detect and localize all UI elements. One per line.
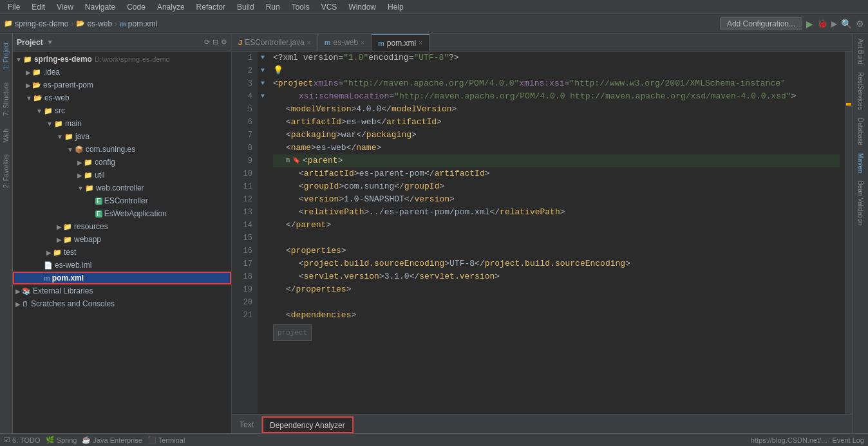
ant-build-tool[interactable]: Ant Build: [856, 36, 865, 67]
tab-pom-xml[interactable]: m pom.xml ×: [372, 34, 429, 51]
toolbar: 📁 spring-es-demo › 📂 es-web › m pom.xml …: [0, 14, 868, 33]
tree-item-main[interactable]: ▼ 📁 main: [13, 117, 231, 130]
breadcrumb-sep-2: ›: [115, 19, 117, 28]
root-label[interactable]: spring-es-demo: [34, 55, 92, 64]
line-numbers: 1 2 3 4 5 6 7 8 9 10 11 12 13 14 15 16 1…: [232, 51, 258, 414]
tree-item-util[interactable]: ▶ 📁 util: [13, 169, 231, 181]
menu-navigate[interactable]: Navigate: [80, 1, 120, 13]
add-configuration-button[interactable]: Add Configuration...: [720, 17, 802, 30]
spring-item[interactable]: 🌿 Spring: [46, 436, 77, 444]
bulb-icon[interactable]: 💡: [273, 64, 283, 77]
project-stripe-label[interactable]: 1: Project: [3, 42, 10, 70]
menu-tools[interactable]: Tools: [287, 1, 315, 13]
breadcrumb-item-1[interactable]: 📁 spring-es-demo: [4, 19, 68, 28]
tree-item-root[interactable]: ▼ 📁 spring-es-demo D:\work\spring-es-dem…: [13, 53, 231, 66]
breadcrumb-item-3[interactable]: m pom.xml: [120, 19, 157, 28]
menu-run[interactable]: Run: [261, 1, 285, 13]
terminal-item[interactable]: ⬛ Terminal: [147, 436, 185, 444]
tree-item-application[interactable]: E EsWebApplication: [13, 207, 231, 220]
menu-help[interactable]: Help: [382, 1, 409, 13]
code-line-7: <packaging> war </packaging>: [273, 129, 840, 142]
iml-icon: 📄: [44, 261, 53, 270]
search-icon[interactable]: 🔍: [841, 19, 852, 29]
controller-icon: 📁: [85, 184, 94, 192]
tab-label-esweb: es-web: [333, 38, 358, 47]
es-web-icon: 📂: [33, 94, 42, 102]
maven-tool[interactable]: Maven: [856, 151, 865, 176]
structure-stripe-label[interactable]: 7: Structure: [3, 82, 10, 116]
tree-item-escontroller[interactable]: E ESController: [13, 194, 231, 207]
tree-item-external-libs[interactable]: ▶ 📚 External Libraries: [13, 284, 231, 297]
tab-text[interactable]: Text: [232, 416, 262, 433]
breadcrumb-item-2[interactable]: 📂 es-web: [76, 19, 112, 28]
maven-tab-icon-pom: m: [378, 39, 384, 47]
menu-build[interactable]: Build: [232, 1, 259, 13]
java-enterprise-item[interactable]: ☕ Java Enterprise: [82, 436, 142, 444]
menu-analyze[interactable]: Analyze: [152, 1, 190, 13]
project-icon: 📁: [4, 19, 13, 28]
breadcrumb-tooltip: project: [273, 324, 840, 341]
code-content[interactable]: <?xml version="1.0" encoding="UTF-8"?> 💡…: [268, 51, 845, 414]
menu-window[interactable]: Window: [343, 1, 381, 13]
tree-item-pom-xml[interactable]: m pom.xml: [13, 272, 231, 284]
menu-code[interactable]: Code: [122, 1, 151, 13]
menu-refactor[interactable]: Refactor: [191, 1, 231, 13]
settings-icon[interactable]: ⚙: [856, 19, 864, 29]
code-line-1: <?xml version="1.0" encoding="UTF-8"?>: [273, 51, 840, 64]
fold-16[interactable]: ▼: [258, 77, 268, 90]
todo-item[interactable]: ☑ 6: TODO: [4, 436, 41, 444]
fold-3[interactable]: ▼: [258, 51, 268, 64]
coverage-button[interactable]: ▶: [831, 19, 837, 28]
menu-edit[interactable]: Edit: [26, 1, 50, 13]
tree-item-scratches[interactable]: ▶ 🗒 Scratches and Consoles: [13, 297, 231, 310]
tree-item-resources[interactable]: ▶ 📁 resources: [13, 220, 231, 233]
code-line-17: <project.build.sourceEncoding> UTF-8 </p…: [273, 257, 840, 270]
menu-file[interactable]: File: [3, 1, 25, 13]
fold-21[interactable]: ▼: [258, 90, 268, 103]
resources-icon: 📁: [63, 223, 72, 231]
fold-9[interactable]: ▼: [258, 64, 268, 77]
run-button[interactable]: ▶: [806, 19, 813, 29]
tab-escontroller[interactable]: J ESController.java ×: [232, 34, 318, 51]
close-icon-pom[interactable]: ×: [419, 39, 422, 46]
tree-item-webapp[interactable]: ▶ 📁 webapp: [13, 233, 231, 246]
text-tab-label: Text: [240, 420, 254, 429]
tree-item-esweb-iml[interactable]: 📄 es-web.iml: [13, 259, 231, 272]
code-line-5: <modelVersion> 4.0.0 </modelVersion>: [273, 103, 840, 116]
todo-label: 6: TODO: [12, 436, 41, 444]
sync-icon[interactable]: ⟳: [204, 38, 210, 46]
config-icon: 📁: [84, 158, 93, 167]
tree-item-es-web[interactable]: ▼ 📂 es-web: [13, 91, 231, 104]
scroll-indicator-bar[interactable]: [845, 51, 853, 414]
tree-item-package[interactable]: ▼ 📦 com.suning.es: [13, 143, 231, 156]
escontroller-icon: E: [95, 198, 102, 205]
terminal-icon: ⬛: [147, 436, 156, 444]
close-icon-escontroller[interactable]: ×: [307, 39, 311, 46]
tree-item-java[interactable]: ▼ 📁 java: [13, 130, 231, 143]
web-stripe-label[interactable]: Web: [3, 129, 10, 142]
bean-validation-tool[interactable]: Bean Validation: [856, 178, 865, 228]
code-line-15: [273, 232, 840, 245]
tree-item-test[interactable]: ▶ 📁 test: [13, 246, 231, 259]
tree-item-controller[interactable]: ▼ 📁 web.controller: [13, 181, 231, 194]
toolbar-right: Add Configuration... ▶ 🐞 ▶ 🔍 ⚙: [720, 17, 864, 30]
menu-vcs[interactable]: VCS: [316, 1, 343, 13]
menu-view[interactable]: View: [52, 1, 79, 13]
database-tool[interactable]: Database: [856, 115, 865, 148]
tree-item-idea[interactable]: ▶ 📁 .idea: [13, 66, 231, 79]
tree-item-config[interactable]: ▶ 📁 config: [13, 156, 231, 169]
close-icon-esweb[interactable]: ×: [361, 39, 364, 46]
tree-item-src[interactable]: ▼ 📁 src: [13, 104, 231, 117]
event-log-item[interactable]: Event Log: [832, 436, 864, 444]
tab-dependency-analyzer[interactable]: Dependency Analyzer: [262, 416, 354, 433]
favorites-stripe-label[interactable]: 2: Favorites: [3, 154, 10, 188]
tab-esweb[interactable]: m es-web ×: [318, 34, 372, 51]
code-editor[interactable]: 1 2 3 4 5 6 7 8 9 10 11 12 13 14 15 16 1…: [232, 51, 853, 414]
tree-item-parent-pom[interactable]: ▶ 📂 es-parent-pom: [13, 79, 231, 91]
collapse-icon[interactable]: ⊟: [212, 38, 218, 46]
settings-panel-icon[interactable]: ⚙: [221, 38, 227, 46]
rest-services-tool[interactable]: RestServices: [856, 70, 865, 113]
menu-bar: File Edit View Navigate Code Analyze Ref…: [0, 0, 868, 14]
debug-button[interactable]: 🐞: [817, 19, 827, 28]
libs-icon: 📚: [22, 287, 31, 295]
